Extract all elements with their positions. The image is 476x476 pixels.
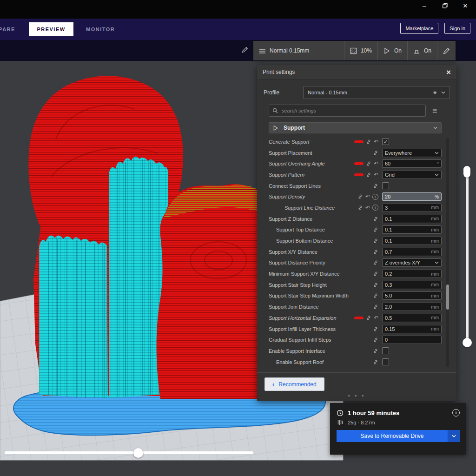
panel-title: Print settings (263, 69, 446, 75)
info-icon[interactable]: i (372, 194, 378, 200)
link-icon[interactable] (373, 260, 378, 265)
link-icon[interactable] (373, 348, 378, 354)
sign-in-button[interactable]: Sign in (444, 23, 470, 34)
setting-label: Support Line Distance (269, 205, 357, 211)
link-icon[interactable] (366, 315, 371, 321)
link-icon[interactable] (373, 216, 378, 222)
setting-input[interactable]: 0.1mm (382, 237, 442, 245)
setting-dropdown[interactable]: Z overrides X/Y (382, 258, 442, 267)
setting-checkbox[interactable] (382, 182, 389, 189)
setting-input[interactable]: 0.5mm (382, 314, 442, 322)
setting-input[interactable]: 0.1mm (382, 215, 442, 223)
link-icon[interactable] (357, 205, 363, 211)
setting-input[interactable]: 5.0mm (382, 291, 442, 300)
setting-dropdown[interactable]: Everywhere (382, 149, 442, 157)
window-close-button[interactable]: × (462, 3, 469, 9)
setting-row: Support Stair Step Height0.3mm (269, 279, 442, 291)
layer-slider-bottom-handle[interactable] (463, 338, 472, 347)
material-estimate: 25g · 8.27m (348, 420, 375, 425)
revert-icon[interactable]: ↶ (374, 139, 378, 145)
window-minimize-button[interactable]: – (421, 3, 428, 9)
summary-adhesion[interactable]: On (407, 41, 437, 60)
save-to-removable-drive-button[interactable]: Save to Removable Drive (337, 430, 448, 442)
link-icon[interactable] (357, 194, 363, 199)
link-icon[interactable] (373, 293, 378, 298)
summary-edit[interactable] (437, 41, 456, 60)
revert-icon[interactable]: ↶ (374, 315, 378, 321)
revert-icon[interactable]: ↶ (374, 161, 378, 166)
edit-icon[interactable] (242, 46, 248, 55)
setting-input[interactable]: 3mm (382, 204, 442, 212)
setting-row: Support X/Y Distance0.7mm (269, 246, 442, 258)
link-icon[interactable] (373, 282, 378, 288)
link-icon[interactable] (366, 161, 371, 166)
profile-label: Profile (264, 89, 298, 96)
setting-input[interactable]: 0.2mm (382, 270, 442, 278)
print-time-estimate: 1 hour 59 minutes (348, 410, 399, 416)
setting-input[interactable]: 0.7mm (382, 248, 442, 256)
scrollbar-thumb[interactable] (446, 284, 449, 310)
tab-monitor[interactable]: MONITOR (86, 19, 115, 40)
link-icon[interactable] (373, 359, 378, 365)
setting-input[interactable]: 20% (382, 192, 442, 201)
adhesion-icon (413, 47, 420, 54)
setting-checkbox[interactable]: ✓ (382, 138, 389, 145)
link-icon[interactable] (373, 150, 378, 156)
edit-settings-icon (443, 47, 450, 54)
simulation-slider-handle[interactable] (133, 448, 143, 458)
setting-input[interactable]: 60° (382, 159, 442, 168)
settings-menu-icon[interactable]: ≡ (432, 107, 437, 114)
layer-slider-top-handle[interactable] (463, 166, 470, 178)
summary-infill[interactable]: 10% (344, 41, 377, 60)
close-icon[interactable]: × (446, 68, 451, 76)
setting-row: Support Overhang Angle↶60° (269, 158, 442, 169)
category-header-support[interactable]: Support (269, 122, 442, 133)
revert-icon[interactable]: ↶ (365, 205, 370, 211)
marketplace-button[interactable]: Marketplace (400, 23, 438, 34)
profile-dropdown[interactable]: Normal - 0.15mm ★ (303, 86, 450, 99)
setting-row: Support Z Distance0.1mm (269, 213, 442, 225)
link-icon[interactable] (373, 326, 378, 332)
link-icon[interactable] (373, 337, 378, 343)
link-icon[interactable] (373, 238, 378, 244)
link-icon[interactable] (373, 183, 378, 189)
setting-row: Support PlacementEverywhere (269, 147, 442, 159)
setting-input[interactable]: 0 (382, 336, 442, 344)
print-settings-summary-bar[interactable]: Normal 0.15mm 10% On On (253, 41, 456, 60)
setting-input[interactable]: 2.0mm (382, 303, 442, 311)
setting-input[interactable]: 0.15mm (382, 325, 442, 333)
search-input[interactable] (281, 107, 422, 114)
favorite-star-icon[interactable]: ★ (432, 89, 437, 96)
setting-checkbox[interactable] (382, 358, 389, 365)
layer-slider-track[interactable] (466, 170, 469, 343)
tab-preview[interactable]: PREVIEW (29, 22, 73, 36)
link-icon[interactable] (373, 271, 378, 277)
summary-profile[interactable]: Normal 0.15mm (253, 41, 344, 60)
revert-icon[interactable]: ↶ (365, 194, 370, 199)
settings-search-box[interactable] (269, 105, 426, 117)
support-structure-left[interactable] (39, 235, 108, 398)
setting-dropdown[interactable]: Grid (382, 171, 442, 179)
info-icon[interactable]: i (372, 205, 378, 211)
setting-input[interactable]: 0.3mm (382, 281, 442, 289)
tab-prepare[interactable]: PREPARE (0, 19, 15, 40)
revert-icon[interactable]: ↶ (374, 172, 378, 178)
link-icon[interactable] (373, 227, 378, 232)
setting-row: Support Distance PriorityZ overrides X/Y (269, 258, 442, 269)
link-icon[interactable] (366, 172, 371, 178)
save-options-dropdown[interactable] (448, 430, 460, 442)
simulation-slider-track[interactable] (5, 451, 253, 454)
panel-resize-handle[interactable]: • • • (257, 393, 456, 399)
setting-input[interactable]: 0.1mm (382, 225, 442, 234)
setting-row: Support Density↶i20% (269, 191, 442, 202)
recommended-mode-button[interactable]: ‹ Recommended (264, 377, 324, 391)
link-icon[interactable] (366, 139, 371, 145)
link-icon[interactable] (373, 249, 378, 255)
setting-checkbox[interactable] (382, 347, 389, 354)
info-icon[interactable]: i (452, 409, 460, 416)
link-icon[interactable] (373, 304, 378, 310)
window-restore-button[interactable] (442, 3, 448, 9)
summary-support[interactable]: On (377, 41, 407, 60)
settings-scrollbar[interactable] (446, 138, 449, 367)
setting-label: Enable Support Roof (269, 359, 373, 365)
